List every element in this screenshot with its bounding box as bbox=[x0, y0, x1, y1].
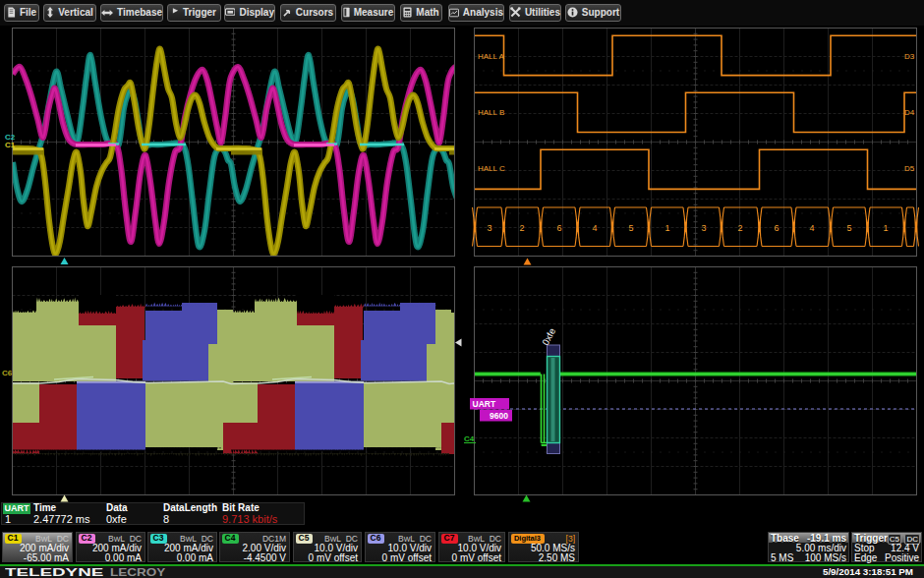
svg-text:C4: C4 bbox=[464, 434, 475, 443]
svg-text:5: 5 bbox=[846, 223, 851, 233]
svg-text:9600: 9600 bbox=[490, 411, 508, 421]
svg-text:6: 6 bbox=[556, 223, 561, 233]
svg-text:D3: D3 bbox=[904, 52, 915, 61]
svg-text:HALL A: HALL A bbox=[478, 52, 504, 61]
svg-text:1: 1 bbox=[664, 223, 669, 233]
svg-text:HALL C: HALL C bbox=[478, 164, 505, 173]
svg-text:4: 4 bbox=[592, 223, 597, 233]
svg-text:C6: C6 bbox=[2, 369, 13, 377]
svg-text:4: 4 bbox=[809, 223, 814, 233]
svg-text:UART: UART bbox=[473, 399, 496, 409]
svg-text:6: 6 bbox=[774, 223, 779, 233]
svg-text:2: 2 bbox=[519, 223, 524, 233]
svg-text:3: 3 bbox=[701, 223, 706, 233]
svg-text:D5: D5 bbox=[904, 164, 915, 173]
svg-text:1: 1 bbox=[883, 223, 888, 233]
svg-text:5: 5 bbox=[628, 223, 633, 233]
svg-text:D4: D4 bbox=[904, 108, 915, 117]
svg-text:3: 3 bbox=[487, 223, 491, 233]
svg-text:HALL B: HALL B bbox=[478, 108, 504, 117]
svg-text:2: 2 bbox=[737, 223, 742, 233]
svg-text:C1: C1 bbox=[5, 141, 16, 149]
